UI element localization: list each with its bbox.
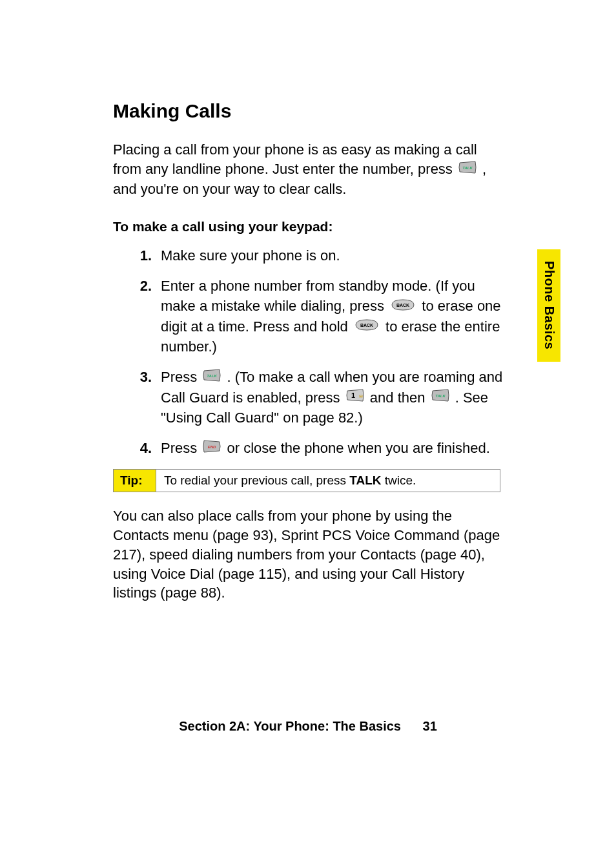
talk-key-icon: TALK: [458, 160, 477, 180]
svg-text:BACK: BACK: [360, 323, 373, 328]
tip-after: twice.: [382, 473, 416, 487]
end-key-icon: END: [202, 439, 221, 459]
tip-box: Tip: To redial your previous call, press…: [113, 469, 500, 492]
tip-before: To redial your previous call, press: [164, 473, 349, 487]
page: Making Calls Placing a call from your ph…: [0, 0, 616, 863]
step-text: Press END or close the phone when you ar…: [161, 439, 507, 459]
step3-c: and then: [370, 390, 429, 406]
step3-a: Press: [161, 369, 201, 385]
step-4: 4. Press END or close the phone when you…: [131, 439, 507, 459]
step-3: 3. Press TALK . (To make a call when you…: [131, 368, 507, 428]
footer-page-number: 31: [423, 719, 437, 733]
steps-list: 1. Make sure your phone is on. 2. Enter …: [113, 246, 507, 459]
back-key-icon: BACK: [389, 297, 416, 317]
tip-label: Tip:: [114, 470, 156, 492]
talk-key-icon: TALK: [431, 388, 450, 408]
intro-paragraph: Placing a call from your phone is as eas…: [113, 140, 507, 198]
step-1: 1. Make sure your phone is on.: [131, 246, 507, 266]
svg-text:TALK: TALK: [207, 374, 218, 378]
section-heading: Making Calls: [113, 100, 507, 122]
svg-text:TALK: TALK: [435, 394, 446, 398]
step-text: Make sure your phone is on.: [161, 246, 507, 266]
outro-paragraph: You can also place calls from your phone…: [113, 506, 507, 602]
svg-text:END: END: [208, 445, 216, 449]
svg-text:✉: ✉: [359, 394, 363, 399]
step-text: Press TALK . (To make a call when you ar…: [161, 368, 507, 428]
step4-b: or close the phone when you are finished…: [227, 440, 489, 456]
svg-text:BACK: BACK: [396, 303, 409, 307]
side-tab: Phone Basics: [537, 249, 560, 362]
tip-bold: TALK: [349, 473, 381, 487]
step-number: 4.: [131, 439, 152, 459]
tip-text: To redial your previous call, press TALK…: [156, 470, 500, 492]
one-key-icon: 1✉: [345, 388, 365, 408]
page-footer: Section 2A: Your Phone: The Basics 31: [0, 719, 616, 734]
svg-text:1: 1: [351, 391, 355, 399]
svg-text:TALK: TALK: [462, 166, 473, 170]
side-tab-label: Phone Basics: [542, 261, 557, 349]
content-area: Making Calls Placing a call from your ph…: [113, 100, 507, 603]
instruction-subhead: To make a call using your keypad:: [113, 219, 507, 234]
footer-section: Section 2A: Your Phone: The Basics: [179, 719, 401, 733]
step4-a: Press: [161, 440, 201, 456]
step-number: 3.: [131, 368, 152, 428]
back-key-icon: BACK: [353, 317, 380, 337]
step-2: 2. Enter a phone number from standby mod…: [131, 276, 507, 357]
step-number: 2.: [131, 276, 152, 357]
step-text: Enter a phone number from standby mode. …: [161, 276, 507, 357]
intro-text-1: Placing a call from your phone is as eas…: [113, 141, 477, 177]
step-number: 1.: [131, 246, 152, 266]
talk-key-icon: TALK: [202, 368, 221, 388]
